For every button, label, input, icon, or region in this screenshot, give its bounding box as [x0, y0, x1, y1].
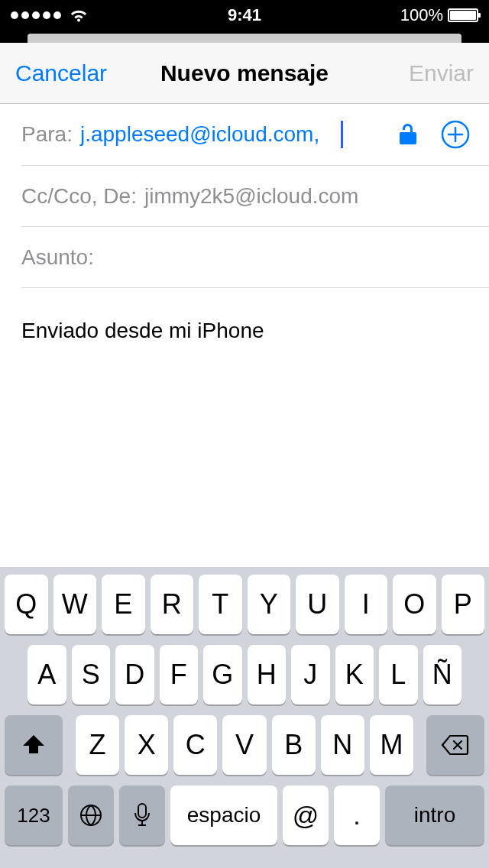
- to-row[interactable]: Para: j.appleseed@icloud.com,: [21, 104, 489, 166]
- key-j[interactable]: J: [291, 645, 330, 704]
- key-i[interactable]: I: [345, 575, 388, 634]
- cc-value: jimmy2k5@icloud.com: [144, 184, 359, 209]
- key-h[interactable]: H: [248, 645, 287, 704]
- shift-key[interactable]: [5, 715, 63, 775]
- key-z[interactable]: Z: [76, 715, 119, 775]
- to-label: Para:: [21, 122, 73, 147]
- key-l[interactable]: L: [379, 645, 418, 704]
- send-button[interactable]: Enviar: [409, 60, 474, 86]
- key-ñ[interactable]: Ñ: [423, 645, 462, 704]
- status-right: 100%: [400, 5, 478, 25]
- battery-icon: [448, 8, 478, 22]
- sheet-backdrop: [0, 31, 489, 43]
- key-g[interactable]: G: [203, 645, 242, 704]
- dot-key[interactable]: .: [334, 785, 380, 845]
- key-u[interactable]: U: [296, 575, 339, 634]
- key-row-2: ASDFGHJKLÑ: [5, 645, 484, 704]
- key-s[interactable]: S: [72, 645, 111, 704]
- key-v[interactable]: V: [222, 715, 266, 775]
- nav-bar: Cancelar Nuevo mensaje Enviar: [0, 43, 489, 104]
- key-q[interactable]: Q: [5, 575, 48, 634]
- subject-row[interactable]: Asunto:: [21, 227, 489, 288]
- key-row-1: QWERTYUIOP: [5, 575, 484, 634]
- numeric-key[interactable]: 123: [5, 785, 63, 845]
- key-p[interactable]: P: [442, 575, 485, 634]
- key-y[interactable]: Y: [248, 575, 291, 634]
- key-o[interactable]: O: [393, 575, 436, 634]
- keyboard: QWERTYUIOP ASDFGHJKLÑ ZXCVBNM 123 espaci…: [0, 567, 489, 868]
- key-d[interactable]: D: [115, 645, 154, 704]
- key-n[interactable]: N: [321, 715, 364, 775]
- status-bar: 9:41 100%: [0, 0, 489, 31]
- key-c[interactable]: C: [173, 715, 217, 775]
- key-w[interactable]: W: [53, 575, 97, 634]
- compose-fields: Para: j.appleseed@icloud.com, Cc/Cco, De…: [0, 104, 489, 288]
- key-t[interactable]: T: [199, 575, 242, 634]
- cc-row[interactable]: Cc/Cco, De: jimmy2k5@icloud.com: [21, 166, 489, 227]
- svg-rect-2: [138, 804, 146, 818]
- at-key[interactable]: @: [283, 785, 329, 845]
- backspace-key[interactable]: [426, 715, 484, 775]
- globe-key[interactable]: [68, 785, 114, 845]
- key-b[interactable]: B: [272, 715, 316, 775]
- dictation-key[interactable]: [119, 785, 165, 845]
- space-key[interactable]: espacio: [170, 785, 277, 845]
- key-r[interactable]: R: [151, 575, 194, 634]
- to-value: j.appleseed@icloud.com,: [80, 122, 319, 147]
- key-row-4: 123 espacio @ . intro: [5, 785, 484, 845]
- key-f[interactable]: F: [160, 645, 199, 704]
- add-contact-button[interactable]: [439, 118, 472, 151]
- signature-text: Enviado desde mi iPhone: [21, 319, 468, 343]
- cancel-button[interactable]: Cancelar: [15, 60, 107, 86]
- key-x[interactable]: X: [125, 715, 168, 775]
- unlock-icon[interactable]: [391, 118, 425, 151]
- key-row-3: ZXCVBNM: [5, 715, 484, 775]
- cc-label: Cc/Cco, De:: [21, 184, 137, 209]
- text-cursor: [341, 121, 343, 148]
- subject-label: Asunto:: [21, 245, 94, 270]
- enter-key[interactable]: intro: [385, 785, 484, 845]
- email-body[interactable]: Enviado desde mi iPhone: [0, 288, 489, 441]
- key-a[interactable]: A: [28, 645, 66, 704]
- key-k[interactable]: K: [335, 645, 374, 704]
- battery-percent: 100%: [400, 5, 443, 25]
- key-e[interactable]: E: [102, 575, 145, 634]
- key-m[interactable]: M: [370, 715, 413, 775]
